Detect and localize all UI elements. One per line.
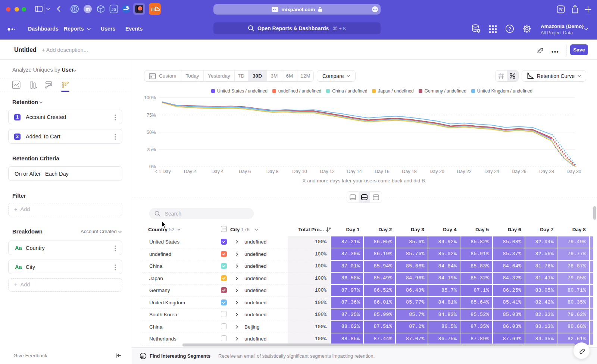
svg-text:< 1 Day: < 1 Day	[154, 169, 171, 174]
svg-text:25%: 25%	[147, 147, 156, 152]
svg-text:Day 24: Day 24	[484, 169, 499, 174]
svg-text:Day 14: Day 14	[347, 169, 362, 174]
svg-text:100%: 100%	[144, 95, 156, 100]
svg-text:Day 28: Day 28	[539, 169, 554, 174]
svg-text:Day 30: Day 30	[566, 169, 581, 174]
svg-text:Day 10: Day 10	[292, 169, 307, 174]
svg-text:50%: 50%	[147, 130, 156, 135]
svg-text:Day 20: Day 20	[429, 169, 444, 174]
svg-text:75%: 75%	[147, 113, 156, 118]
svg-text:Day 4: Day 4	[212, 169, 224, 174]
svg-text:Day 18: Day 18	[402, 169, 417, 174]
svg-text:Day 26: Day 26	[512, 169, 526, 174]
svg-text:0%: 0%	[149, 164, 156, 169]
svg-text:Day 12: Day 12	[320, 169, 335, 174]
svg-text:m: m	[85, 6, 90, 12]
svg-text:Day 8: Day 8	[266, 169, 279, 174]
svg-text:N: N	[559, 7, 563, 12]
svg-text:Day 2: Day 2	[184, 169, 196, 174]
svg-text:Day 22: Day 22	[457, 169, 472, 174]
svg-text:JS: JS	[111, 7, 116, 12]
svg-text:Day 16: Day 16	[375, 169, 390, 174]
svg-text:Day 6: Day 6	[239, 169, 251, 174]
svg-text:?: ?	[508, 26, 511, 32]
